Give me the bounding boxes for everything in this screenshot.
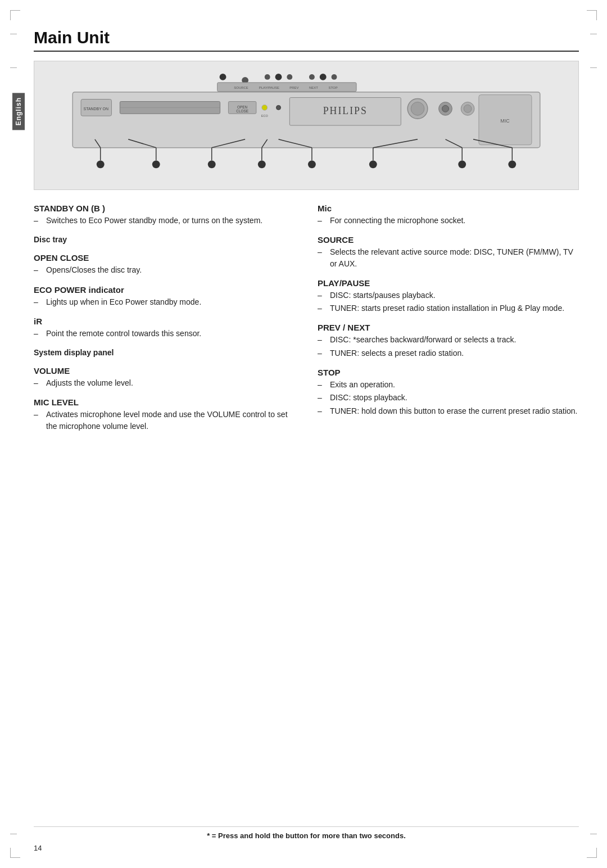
prev-next-title: PREV / NEXT [318,323,579,332]
dash: – [318,347,328,359]
svg-point-25 [152,160,160,168]
svg-point-2 [320,74,327,80]
source-title: SOURCE [318,235,579,245]
mic-level-item: – Activates microphone level mode and us… [34,409,295,432]
ir-desc: Point the remote control towards this se… [46,328,201,339]
source-section: SOURCE – Selects the relevant active sou… [318,235,579,269]
svg-point-51 [309,74,315,80]
device-image: STANDBY ON OPEN CLOSE ECO PHILIPS [34,61,579,190]
svg-point-19 [442,105,449,112]
stop-item-1: – Exits an operation. [318,379,579,390]
description-columns: STANDBY ON (B ) – Switches to Eco Power … [34,204,579,441]
main-content: Main Unit STANDBY ON OPEN CLOSE ECO [34,28,579,474]
tick-right-mid [590,67,597,68]
dash: – [34,377,44,388]
svg-point-29 [369,160,377,168]
stop-desc-1: Exits an operation. [330,379,395,390]
left-column: STANDBY ON (B ) – Switches to Eco Power … [34,204,295,441]
dash: – [34,264,44,275]
stop-section: STOP – Exits an operation. – DISC: stops… [318,368,579,417]
volume-section: VOLUME – Adjusts the volume level. [34,366,295,388]
dash: – [318,215,328,226]
mic-desc: For connecting the microphone socket. [330,215,465,226]
svg-text:STANDBY ON: STANDBY ON [84,107,108,111]
footer-note: * = Press and hold the button for more t… [34,826,579,840]
mic-level-title: MIC LEVEL [34,397,295,407]
dash: – [318,334,328,345]
disc-tray-section: Disc tray [34,235,295,244]
play-pause-desc-1: DISC: starts/pauses playback. [330,290,436,301]
eco-power-section: ECO POWER indicator – Lights up when in … [34,285,295,308]
standby-on-suffix: (B ) [91,204,105,213]
svg-point-1 [275,74,282,80]
standby-on-title: STANDBY ON (B ) [34,204,295,213]
svg-text:PREV: PREV [289,86,298,89]
eco-power-item: – Lights up when in Eco Power standby mo… [34,296,295,308]
ir-item: – Point the remote control towards this … [34,328,295,339]
dash: – [318,392,328,403]
volume-item: – Adjusts the volume level. [34,377,295,388]
stop-title: STOP [318,368,579,377]
dash: – [34,296,44,308]
system-display-subtitle: System display panel [34,348,295,357]
standby-on-section: STANDBY ON (B ) – Switches to Eco Power … [34,204,295,226]
prev-next-item-2: – TUNER: selects a preset radio station. [318,347,579,359]
svg-point-17 [411,102,424,115]
svg-text:MIC: MIC [500,118,510,124]
page-title: Main Unit [34,28,579,52]
svg-point-52 [332,74,337,80]
system-display-section: System display panel [34,348,295,357]
play-pause-title: PLAY/PAUSE [318,278,579,288]
corner-mark-tr [587,10,597,20]
dash: – [34,409,44,420]
ir-title: iR [34,317,295,326]
svg-text:SOURCE: SOURCE [234,86,248,89]
play-pause-item-1: – DISC: starts/pauses playback. [318,290,579,301]
open-close-title: OPEN CLOSE [34,253,295,263]
svg-point-11 [262,105,268,110]
play-pause-section: PLAY/PAUSE – DISC: starts/pauses playbac… [318,278,579,314]
svg-point-27 [258,160,266,168]
mic-title: Mic [318,204,579,213]
mic-item: – For connecting the microphone socket. [318,215,579,226]
corner-mark-tl [10,10,20,20]
source-desc: Selects the relevant active source mode:… [330,246,579,269]
volume-title: VOLUME [34,366,295,376]
open-close-section: OPEN CLOSE – Opens/Closes the disc tray. [34,253,295,275]
disc-tray-subtitle: Disc tray [34,235,295,244]
svg-text:PHILIPS: PHILIPS [323,105,368,116]
play-pause-desc-2: TUNER: starts preset radio station insta… [330,302,564,314]
tick-bottom-right [590,834,597,834]
svg-point-24 [97,160,105,168]
dash: – [318,302,328,314]
stop-item-3: – TUNER: hold down this button to erase … [318,405,579,417]
svg-point-0 [220,74,227,80]
svg-point-50 [287,74,292,80]
prev-next-item-1: – DISC: *searches backward/forward or se… [318,334,579,345]
tick-left-top [10,34,17,34]
standby-on-desc: Switches to Eco Power standby mode, or t… [46,215,262,226]
svg-point-31 [508,160,516,168]
dash: – [318,405,328,417]
prev-next-desc-2: TUNER: selects a preset radio station. [330,347,464,359]
svg-text:NEXT: NEXT [309,86,318,89]
dash: – [318,246,328,257]
play-pause-item-2: – TUNER: starts preset radio station ins… [318,302,579,314]
standby-on-item: – Switches to Eco Power standby mode, or… [34,215,295,226]
eco-power-desc: Lights up when in Eco Power standby mode… [46,296,201,308]
tick-bottom-left [10,834,17,834]
svg-point-13 [277,105,281,110]
language-sidebar: English [12,93,25,130]
dash: – [34,215,44,226]
svg-point-21 [464,105,472,112]
prev-next-desc-1: DISC: *searches backward/forward or sele… [330,334,516,345]
dash: – [34,328,44,339]
corner-mark-br [587,848,597,858]
open-close-desc: Opens/Closes the disc tray. [46,264,142,275]
source-item: – Selects the relevant active source mod… [318,246,579,269]
svg-text:CLOSE: CLOSE [236,109,248,113]
svg-text:PLAY/PAUSE: PLAY/PAUSE [259,86,279,89]
svg-text:ECO: ECO [261,114,268,117]
mic-level-desc: Activates microphone level mode and use … [46,409,295,432]
svg-point-30 [458,160,466,168]
